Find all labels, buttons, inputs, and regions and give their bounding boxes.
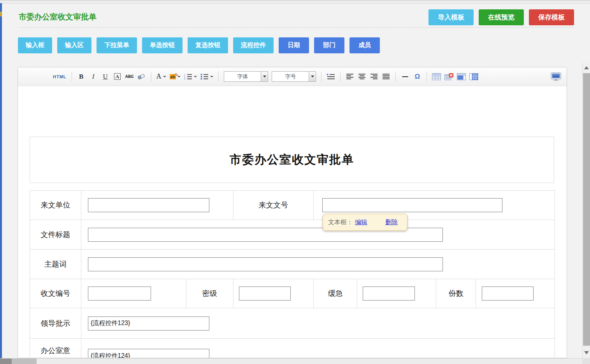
label-source-unit: 来文单位 <box>30 191 81 220</box>
label-leader-remarks: 领导批示 <box>30 308 81 339</box>
editor-content[interactable]: 市委办公室收文审批单 来文单位 来文文号 文件标题 主题词 <box>18 86 567 358</box>
strikethrough-button[interactable]: ABC <box>125 71 134 83</box>
toolbar-separator <box>321 72 321 82</box>
copies-input[interactable] <box>482 287 534 301</box>
horizontal-scrollbar[interactable] <box>0 358 582 364</box>
italic-button[interactable]: I <box>89 71 98 83</box>
cell-copies <box>476 279 555 308</box>
widget-input-box-button[interactable]: 输入框 <box>18 37 52 53</box>
ordered-list-button[interactable]: 123 <box>184 71 197 83</box>
scroll-down-arrow-icon[interactable] <box>584 351 589 354</box>
form-table: 来文单位 来文文号 文件标题 主题词 收文编号 <box>30 190 555 358</box>
chevron-down-icon <box>210 76 213 77</box>
secrecy-input[interactable] <box>239 287 291 301</box>
horizontal-rule-button[interactable] <box>401 71 409 83</box>
widget-date-button[interactable]: 日期 <box>279 37 309 53</box>
cell-subject <box>81 250 555 279</box>
label-receipt-number: 收文编号 <box>30 279 81 308</box>
toolbar-separator <box>218 72 219 82</box>
left-edge-mark <box>0 12 2 16</box>
widget-dropdown-button[interactable]: 下拉菜单 <box>97 37 137 53</box>
align-right-icon[interactable] <box>370 71 378 83</box>
horizontal-scrollbar-thumb-light[interactable] <box>12 359 37 364</box>
svg-text:3: 3 <box>184 78 185 80</box>
horizontal-scrollbar-thumb[interactable] <box>0 359 12 364</box>
select-arrow <box>261 72 268 81</box>
office-opinion-input[interactable] <box>88 349 209 358</box>
chevron-down-icon <box>163 76 166 77</box>
page-title: 市委办公室收文审批单 <box>19 12 97 22</box>
cell-properties-icon[interactable] <box>469 71 478 83</box>
unordered-list-button[interactable] <box>200 71 213 83</box>
indent-icon[interactable] <box>327 71 335 83</box>
save-template-button[interactable]: 保存模板 <box>529 9 574 25</box>
font-color-button[interactable]: A <box>156 71 166 83</box>
urgency-input[interactable] <box>363 287 415 301</box>
char-border-button[interactable]: A <box>113 71 122 83</box>
header-divider <box>19 27 574 28</box>
form-row-meta: 收文编号 密级 缓急 份数 <box>30 279 555 308</box>
toolbar-separator <box>340 72 341 82</box>
label-doc-title: 文件标题 <box>30 220 81 250</box>
label-urgency: 缓急 <box>314 279 357 308</box>
vertical-scrollbar[interactable] <box>582 63 590 358</box>
leader-remarks-input[interactable] <box>88 317 209 331</box>
label-source-number: 来文文号 <box>234 191 314 220</box>
cell-leader-remarks <box>81 308 555 339</box>
cell-office-opinion <box>81 339 555 358</box>
document-title: 市委办公室收文审批单 <box>230 152 354 168</box>
editor-toolbar: HTML B I U A ABC A ab✎ 123 字体 字号 <box>18 67 567 86</box>
header-actions: 导入模板 在线预览 保存模板 <box>428 9 574 25</box>
form-row-leader: 领导批示 <box>30 308 555 339</box>
widget-department-button[interactable]: 部门 <box>314 37 344 53</box>
control-tooltip: 文本框： 编辑 删除 <box>323 214 407 231</box>
delete-link[interactable]: 删除 <box>385 218 398 227</box>
vertical-scrollbar-thumb[interactable] <box>583 73 590 346</box>
source-number-input[interactable] <box>322 198 502 212</box>
widget-member-button[interactable]: 成员 <box>349 37 380 53</box>
highlight-color-button[interactable]: ab✎ <box>170 71 181 83</box>
align-left-icon[interactable] <box>346 71 354 83</box>
online-preview-button[interactable]: 在线预览 <box>479 9 524 25</box>
tooltip-label: 文本框： <box>328 218 353 227</box>
cell-receipt-number <box>81 279 186 308</box>
align-center-icon[interactable] <box>358 71 366 83</box>
widget-process-control-button[interactable]: 流程控件 <box>233 37 274 53</box>
import-template-button[interactable]: 导入模板 <box>428 9 474 25</box>
insert-table-icon[interactable] <box>432 71 441 83</box>
edit-link[interactable]: 编辑 <box>355 218 367 227</box>
eraser-icon[interactable] <box>137 71 146 83</box>
font-family-value: 字体 <box>224 72 261 81</box>
select-arrow <box>309 72 316 81</box>
italic-glyph: I <box>92 73 95 81</box>
widget-checkbox-button[interactable]: 复选按钮 <box>188 37 228 53</box>
align-justify-icon[interactable] <box>382 71 390 83</box>
toolbar-separator <box>151 72 151 82</box>
form-row-subject: 主题词 <box>30 250 555 279</box>
font-size-select[interactable]: 字号 <box>272 71 316 82</box>
widget-radio-button[interactable]: 单选按钮 <box>142 37 183 53</box>
fullscreen-icon[interactable] <box>551 71 561 83</box>
html-source-button[interactable]: HTML <box>53 74 67 79</box>
table-properties-icon[interactable] <box>457 71 466 83</box>
subject-input[interactable] <box>88 257 443 271</box>
window-left-edge <box>0 3 2 358</box>
bold-button[interactable]: B <box>77 71 86 83</box>
chevron-down-icon <box>194 76 197 77</box>
app-window: 市委办公室收文审批单 导入模板 在线预览 保存模板 输入框 输入区 下拉菜单 单… <box>0 0 590 364</box>
scrollbar-corner <box>582 358 590 364</box>
toolbar-separator <box>427 72 427 82</box>
form-row-source: 来文单位 来文文号 <box>30 191 555 220</box>
window-top-edge <box>0 0 590 4</box>
special-char-button[interactable]: Ω <box>413 71 421 83</box>
receipt-number-input[interactable] <box>88 287 151 301</box>
source-unit-input[interactable] <box>88 198 209 212</box>
widget-toolbar: 输入框 输入区 下拉菜单 单选按钮 复选按钮 流程控件 日期 部门 成员 <box>18 37 380 53</box>
underline-button[interactable]: U <box>101 71 110 83</box>
widget-input-area-button[interactable]: 输入区 <box>57 37 91 53</box>
underline-glyph: U <box>103 73 107 81</box>
delete-table-icon[interactable] <box>444 71 453 83</box>
scroll-up-arrow-icon[interactable] <box>584 66 589 69</box>
font-family-select[interactable]: 字体 <box>224 71 268 82</box>
label-subject: 主题词 <box>30 250 81 279</box>
